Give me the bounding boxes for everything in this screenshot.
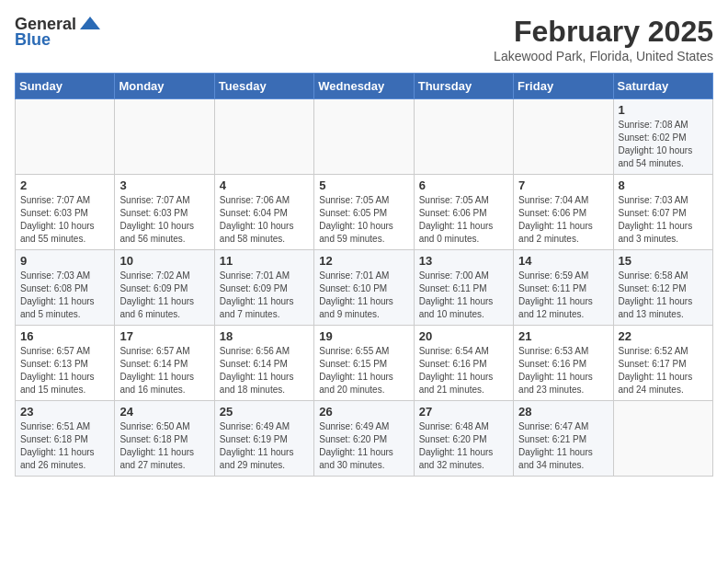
calendar-cell: 15Sunrise: 6:58 AM Sunset: 6:12 PM Dayli…	[613, 250, 712, 326]
logo-blue-text: Blue	[15, 30, 51, 50]
calendar-cell: 3Sunrise: 7:07 AM Sunset: 6:03 PM Daylig…	[115, 175, 214, 250]
weekday-header-saturday: Saturday	[613, 74, 712, 99]
day-number: 4	[220, 178, 309, 192]
calendar-cell: 17Sunrise: 6:57 AM Sunset: 6:14 PM Dayli…	[115, 326, 214, 401]
calendar-cell	[214, 99, 313, 175]
day-number: 22	[619, 329, 708, 343]
weekday-header-monday: Monday	[115, 74, 214, 99]
logo: General Blue	[15, 15, 100, 50]
calendar-week-row: 16Sunrise: 6:57 AM Sunset: 6:13 PM Dayli…	[16, 326, 713, 401]
day-number: 7	[518, 178, 608, 192]
calendar-week-row: 9Sunrise: 7:03 AM Sunset: 6:08 PM Daylig…	[16, 250, 713, 326]
day-number: 15	[619, 254, 708, 268]
day-number: 2	[20, 178, 109, 192]
calendar-cell: 14Sunrise: 6:59 AM Sunset: 6:11 PM Dayli…	[514, 250, 613, 326]
weekday-header-friday: Friday	[514, 74, 613, 99]
calendar-cell: 10Sunrise: 7:02 AM Sunset: 6:09 PM Dayli…	[115, 250, 214, 326]
weekday-header-thursday: Thursday	[414, 74, 513, 99]
calendar-cell: 5Sunrise: 7:05 AM Sunset: 6:05 PM Daylig…	[314, 175, 414, 250]
day-number: 23	[20, 405, 109, 419]
weekday-header-row: SundayMondayTuesdayWednesdayThursdayFrid…	[16, 74, 713, 99]
day-number: 13	[419, 254, 508, 268]
day-info: Sunrise: 7:06 AM Sunset: 6:04 PM Dayligh…	[220, 194, 309, 246]
day-info: Sunrise: 7:04 AM Sunset: 6:06 PM Dayligh…	[518, 194, 608, 246]
svg-marker-0	[80, 17, 100, 29]
day-info: Sunrise: 7:01 AM Sunset: 6:09 PM Dayligh…	[220, 270, 309, 321]
day-number: 26	[319, 405, 408, 419]
calendar-cell: 20Sunrise: 6:54 AM Sunset: 6:16 PM Dayli…	[414, 326, 513, 401]
day-info: Sunrise: 6:52 AM Sunset: 6:17 PM Dayligh…	[619, 345, 708, 396]
day-info: Sunrise: 6:47 AM Sunset: 6:21 PM Dayligh…	[518, 420, 608, 472]
day-info: Sunrise: 7:08 AM Sunset: 6:02 PM Dayligh…	[619, 119, 708, 170]
day-info: Sunrise: 7:05 AM Sunset: 6:05 PM Dayligh…	[319, 194, 408, 246]
day-info: Sunrise: 7:07 AM Sunset: 6:03 PM Dayligh…	[119, 194, 209, 246]
day-number: 9	[20, 254, 109, 268]
day-info: Sunrise: 6:49 AM Sunset: 6:20 PM Dayligh…	[319, 420, 408, 472]
day-number: 12	[319, 254, 408, 268]
calendar-cell: 11Sunrise: 7:01 AM Sunset: 6:09 PM Dayli…	[214, 250, 313, 326]
day-info: Sunrise: 6:59 AM Sunset: 6:11 PM Dayligh…	[518, 270, 608, 321]
calendar-cell: 6Sunrise: 7:05 AM Sunset: 6:06 PM Daylig…	[414, 175, 513, 250]
day-number: 25	[220, 405, 309, 419]
day-info: Sunrise: 6:50 AM Sunset: 6:18 PM Dayligh…	[119, 420, 209, 472]
calendar-cell: 13Sunrise: 7:00 AM Sunset: 6:11 PM Dayli…	[414, 250, 513, 326]
calendar-cell: 22Sunrise: 6:52 AM Sunset: 6:17 PM Dayli…	[613, 326, 712, 401]
day-info: Sunrise: 7:03 AM Sunset: 6:07 PM Dayligh…	[619, 194, 708, 246]
weekday-header-sunday: Sunday	[16, 74, 115, 99]
title-block: February 2025 Lakewood Park, Florida, Un…	[494, 15, 713, 63]
day-number: 21	[518, 329, 608, 343]
calendar-cell: 25Sunrise: 6:49 AM Sunset: 6:19 PM Dayli…	[214, 401, 313, 477]
calendar-cell	[16, 99, 115, 175]
day-number: 5	[319, 178, 408, 192]
calendar-cell: 24Sunrise: 6:50 AM Sunset: 6:18 PM Dayli…	[115, 401, 214, 477]
calendar-cell: 1Sunrise: 7:08 AM Sunset: 6:02 PM Daylig…	[613, 99, 712, 175]
day-info: Sunrise: 6:53 AM Sunset: 6:16 PM Dayligh…	[518, 345, 608, 396]
day-number: 24	[119, 405, 209, 419]
calendar-cell: 18Sunrise: 6:56 AM Sunset: 6:14 PM Dayli…	[214, 326, 313, 401]
day-number: 28	[518, 405, 608, 419]
day-info: Sunrise: 6:57 AM Sunset: 6:13 PM Dayligh…	[20, 345, 109, 396]
calendar-cell: 27Sunrise: 6:48 AM Sunset: 6:20 PM Dayli…	[414, 401, 513, 477]
calendar-cell: 2Sunrise: 7:07 AM Sunset: 6:03 PM Daylig…	[16, 175, 115, 250]
day-number: 6	[419, 178, 508, 192]
day-number: 8	[619, 178, 708, 192]
day-number: 14	[518, 254, 608, 268]
calendar-cell: 23Sunrise: 6:51 AM Sunset: 6:18 PM Dayli…	[16, 401, 115, 477]
weekday-header-wednesday: Wednesday	[314, 74, 414, 99]
location: Lakewood Park, Florida, United States	[494, 49, 713, 63]
day-info: Sunrise: 7:07 AM Sunset: 6:03 PM Dayligh…	[20, 194, 109, 246]
page-header: General Blue February 2025 Lakewood Park…	[15, 15, 713, 63]
calendar-cell	[613, 401, 712, 477]
calendar-cell: 8Sunrise: 7:03 AM Sunset: 6:07 PM Daylig…	[613, 175, 712, 250]
calendar-cell	[314, 99, 414, 175]
day-number: 1	[619, 103, 708, 117]
day-number: 10	[119, 254, 209, 268]
month-title: February 2025	[494, 15, 713, 49]
calendar-week-row: 1Sunrise: 7:08 AM Sunset: 6:02 PM Daylig…	[16, 99, 713, 175]
day-info: Sunrise: 6:49 AM Sunset: 6:19 PM Dayligh…	[220, 420, 309, 472]
day-number: 18	[220, 329, 309, 343]
day-info: Sunrise: 6:51 AM Sunset: 6:18 PM Dayligh…	[20, 420, 109, 472]
day-info: Sunrise: 7:01 AM Sunset: 6:10 PM Dayligh…	[319, 270, 408, 321]
day-number: 11	[220, 254, 309, 268]
day-number: 27	[419, 405, 508, 419]
day-info: Sunrise: 7:02 AM Sunset: 6:09 PM Dayligh…	[119, 270, 209, 321]
day-info: Sunrise: 6:48 AM Sunset: 6:20 PM Dayligh…	[419, 420, 508, 472]
day-number: 19	[319, 329, 408, 343]
day-info: Sunrise: 7:05 AM Sunset: 6:06 PM Dayligh…	[419, 194, 508, 246]
calendar-cell: 9Sunrise: 7:03 AM Sunset: 6:08 PM Daylig…	[16, 250, 115, 326]
calendar-table: SundayMondayTuesdayWednesdayThursdayFrid…	[15, 73, 713, 477]
calendar-cell: 7Sunrise: 7:04 AM Sunset: 6:06 PM Daylig…	[514, 175, 613, 250]
logo-icon	[80, 17, 100, 29]
calendar-cell: 21Sunrise: 6:53 AM Sunset: 6:16 PM Dayli…	[514, 326, 613, 401]
calendar-cell: 12Sunrise: 7:01 AM Sunset: 6:10 PM Dayli…	[314, 250, 414, 326]
day-info: Sunrise: 6:55 AM Sunset: 6:15 PM Dayligh…	[319, 345, 408, 396]
calendar-cell	[115, 99, 214, 175]
day-number: 3	[119, 178, 209, 192]
day-number: 20	[419, 329, 508, 343]
calendar-cell: 28Sunrise: 6:47 AM Sunset: 6:21 PM Dayli…	[514, 401, 613, 477]
calendar-cell: 16Sunrise: 6:57 AM Sunset: 6:13 PM Dayli…	[16, 326, 115, 401]
day-info: Sunrise: 7:00 AM Sunset: 6:11 PM Dayligh…	[419, 270, 508, 321]
day-number: 16	[20, 329, 109, 343]
calendar-cell: 26Sunrise: 6:49 AM Sunset: 6:20 PM Dayli…	[314, 401, 414, 477]
